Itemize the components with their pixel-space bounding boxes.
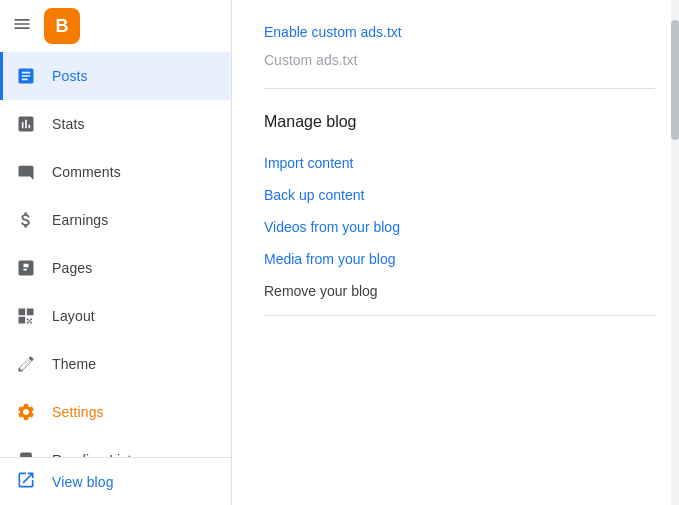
manage-blog-title: Manage blog	[264, 105, 655, 139]
earnings-icon	[16, 210, 36, 230]
sidebar-item-pages[interactable]: Pages	[0, 244, 231, 292]
sidebar-label-theme: Theme	[52, 356, 96, 372]
theme-icon	[16, 354, 36, 374]
sidebar-label-layout: Layout	[52, 308, 95, 324]
sidebar-label-comments: Comments	[52, 164, 121, 180]
sidebar-item-posts[interactable]: Posts	[0, 52, 231, 100]
content-area: Enable custom ads.txt Custom ads.txt Man…	[232, 0, 679, 340]
sidebar-header: B	[0, 0, 231, 52]
settings-icon	[16, 402, 36, 422]
sidebar-item-layout[interactable]: Layout	[0, 292, 231, 340]
sidebar-label-earnings: Earnings	[52, 212, 108, 228]
view-blog-item[interactable]: View blog	[0, 457, 231, 505]
sidebar-label-pages: Pages	[52, 260, 92, 276]
scrollbar-thumb[interactable]	[671, 20, 679, 140]
sidebar-item-settings[interactable]: Settings	[0, 388, 231, 436]
sidebar: B Posts Stats	[0, 0, 232, 505]
scrollbar-track[interactable]	[671, 0, 679, 505]
sidebar-label-reading-list: Reading List	[52, 452, 132, 457]
remove-blog-link[interactable]: Remove your blog	[264, 275, 655, 307]
sidebar-item-reading-list[interactable]: Reading List	[0, 436, 231, 457]
sidebar-item-theme[interactable]: Theme	[0, 340, 231, 388]
blogger-logo[interactable]: B	[44, 8, 80, 44]
sidebar-label-settings: Settings	[52, 404, 104, 420]
sidebar-label-posts: Posts	[52, 68, 88, 84]
layout-icon	[16, 306, 36, 326]
comments-icon	[16, 162, 36, 182]
sidebar-item-stats[interactable]: Stats	[0, 100, 231, 148]
hamburger-icon[interactable]	[12, 14, 32, 39]
manage-blog-section: Manage blog Import content Back up conte…	[264, 105, 655, 307]
nav-items: Posts Stats Comments	[0, 52, 231, 457]
videos-blog-link[interactable]: Videos from your blog	[264, 211, 655, 243]
reading-list-icon	[16, 450, 36, 457]
sidebar-label-stats: Stats	[52, 116, 85, 132]
import-content-link[interactable]: Import content	[264, 147, 655, 179]
pages-icon	[16, 258, 36, 278]
posts-icon	[16, 66, 36, 86]
custom-ads-placeholder: Custom ads.txt	[264, 48, 655, 72]
enable-ads-link[interactable]: Enable custom ads.txt	[264, 16, 655, 48]
backup-content-link[interactable]: Back up content	[264, 179, 655, 211]
bottom-divider	[264, 315, 655, 316]
ads-section: Enable custom ads.txt Custom ads.txt	[264, 16, 655, 89]
external-link-icon	[16, 470, 36, 493]
media-blog-link[interactable]: Media from your blog	[264, 243, 655, 275]
sidebar-item-comments[interactable]: Comments	[0, 148, 231, 196]
sidebar-item-earnings[interactable]: Earnings	[0, 196, 231, 244]
view-blog-label: View blog	[52, 474, 114, 490]
stats-icon	[16, 114, 36, 134]
main-content: Enable custom ads.txt Custom ads.txt Man…	[232, 0, 679, 505]
